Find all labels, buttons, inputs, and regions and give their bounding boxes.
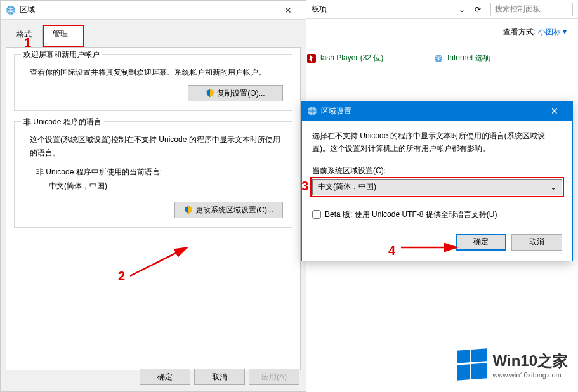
locale-desc: 选择在不支持 Unicode 的程序中显示文本时所使用的语言(系统区域设置)。这… [312, 129, 562, 155]
cancel-button[interactable]: 取消 [194, 369, 245, 385]
chevron-down-icon: ⌄ [550, 183, 556, 192]
globe-icon [6, 5, 16, 15]
locale-select[interactable]: 中文(简体，中国) ⌄ [312, 179, 562, 195]
search-input[interactable]: 搜索控制面板 [490, 3, 573, 16]
cp-toolbar: 板项 ⌄ ⟳ 搜索控制面板 [306, 0, 578, 19]
search-placeholder: 搜索控制面板 [495, 4, 541, 15]
shield-icon [184, 206, 193, 214]
windows-logo-icon [457, 348, 487, 380]
group-nonunicode: 非 Unicode 程序的语言 这个设置(系统区域设置)控制在不支持 Unico… [14, 121, 292, 228]
locale-dialog: 区域设置 ✕ 选择在不支持 Unicode 的程序中显示文本时所使用的语言(系统… [301, 101, 573, 261]
utf8-checkbox[interactable] [312, 210, 321, 219]
refresh-icon[interactable]: ⟳ [471, 5, 484, 14]
region-dialog: 区域 ✕ 格式 管理 欢迎屏幕和新用户帐户 查看你的国际设置并将其复制到欢迎屏幕… [0, 0, 306, 392]
utf8-checkbox-row[interactable]: Beta 版: 使用 Unicode UTF-8 提供全球语言支持(U) [312, 209, 562, 220]
tab-admin[interactable]: 管理 [43, 25, 84, 47]
dropdown-chevron-icon[interactable]: ⌄ [459, 5, 465, 14]
dialog-button-row: 确定 取消 应用(A) [140, 369, 299, 385]
breadcrumb[interactable]: 板项 [312, 4, 452, 15]
tab-format[interactable]: 格式 [6, 25, 43, 47]
region-titlebar: 区域 ✕ [1, 1, 306, 20]
button-label: 更改系统区域设置(C)... [195, 205, 273, 216]
cp-item-internet[interactable]: Internet 选项 [433, 50, 560, 66]
apply-button[interactable]: 应用(A) [249, 369, 299, 385]
group-desc: 这个设置(系统区域设置)控制在不支持 Unicode 的程序中显示文本时所使用的… [23, 133, 283, 159]
ok-button[interactable]: 确定 [140, 369, 190, 385]
cp-item-grid: lash Player (32 位) Internet 选项 [306, 45, 578, 66]
locale-select-value: 中文(简体，中国) [318, 181, 376, 192]
group-legend: 欢迎屏幕和新用户帐户 [21, 49, 102, 60]
group-welcome: 欢迎屏幕和新用户帐户 查看你的国际设置并将其复制到欢迎屏幕、系统帐户和新的用户帐… [14, 54, 292, 111]
close-icon[interactable]: ✕ [542, 106, 567, 116]
checkbox-label: Beta 版: 使用 Unicode UTF-8 提供全球语言支持(U) [325, 209, 497, 220]
locale-select-label: 当前系统区域设置(C): [312, 166, 562, 176]
watermark-brand: Win10之家 [493, 351, 568, 371]
flash-icon [306, 53, 317, 63]
cancel-button[interactable]: 取消 [511, 234, 562, 251]
group-desc: 查看你的国际设置并将其复制到欢迎屏幕、系统帐户和新的用户帐户。 [23, 66, 283, 79]
ok-button[interactable]: 确定 [456, 234, 506, 251]
button-label: 复制设置(O)... [217, 88, 265, 99]
locale-titlebar: 区域设置 ✕ [302, 101, 572, 121]
watermark-url: www.win10xitong.com [493, 371, 568, 379]
cp-item-label: Internet 选项 [447, 53, 490, 63]
locale-button-row: 确定 取消 [312, 234, 562, 251]
view-mode-link[interactable]: 小图标 ▾ [538, 27, 567, 36]
current-lang-label: 非 Unicode 程序中所使用的当前语言: [23, 166, 283, 180]
tab-row: 格式 管理 [6, 25, 301, 47]
shield-icon [206, 89, 214, 98]
change-locale-button[interactable]: 更改系统区域设置(C)... [174, 202, 283, 218]
close-icon[interactable]: ✕ [275, 5, 301, 15]
locale-body: 选择在不支持 Unicode 的程序中显示文本时所使用的语言(系统区域设置)。这… [302, 121, 572, 261]
tab-body: 欢迎屏幕和新用户帐户 查看你的国际设置并将其复制到欢迎屏幕、系统帐户和新的用户帐… [6, 47, 301, 370]
globe-icon [307, 106, 317, 116]
cp-item-label: lash Player (32 位) [320, 53, 383, 63]
current-lang-value: 中文(简体，中国) [23, 180, 283, 193]
view-mode-row: 查看方式: 小图标 ▾ [306, 19, 578, 45]
group-legend: 非 Unicode 程序的语言 [21, 117, 104, 127]
copy-settings-button[interactable]: 复制设置(O)... [188, 85, 283, 101]
dialog-title: 区域设置 [321, 106, 542, 117]
internet-icon [433, 53, 443, 63]
dialog-title: 区域 [20, 4, 275, 15]
cp-item-flash[interactable]: lash Player (32 位) [306, 50, 433, 66]
view-label: 查看方式: [503, 27, 535, 36]
watermark: Win10之家 www.win10xitong.com [457, 350, 568, 379]
